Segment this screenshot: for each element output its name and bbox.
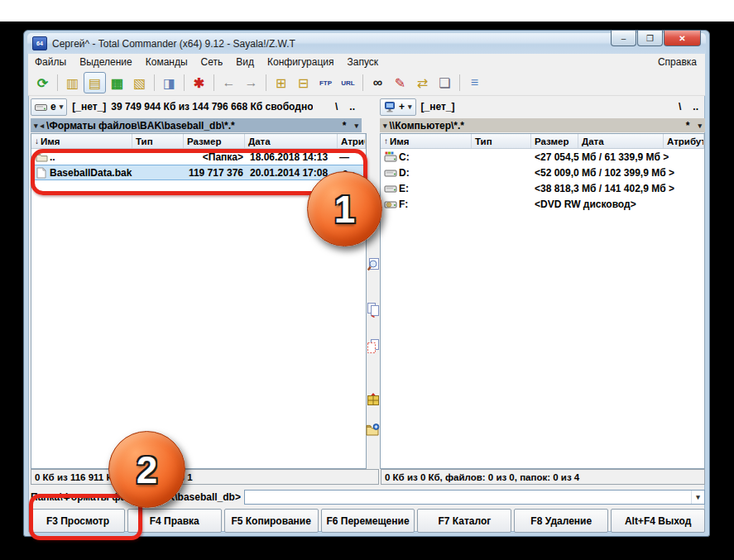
full-view-icon[interactable]: ▤ [84,72,106,93]
column-header-date[interactable]: Дата [578,134,664,148]
left-root-button[interactable]: \ [335,101,338,112]
column-header-size[interactable]: Размер [531,134,578,148]
menu-view[interactable]: Вид [229,55,261,69]
right-column-headers: ↑Имя Тип Размер Дата Атрибуты [381,134,704,149]
chevron-down-icon[interactable]: ▾ [698,122,702,130]
step-badge-2: 2 [108,431,185,508]
refresh-icon[interactable]: ⟳ [31,72,54,93]
menu-files[interactable]: Файлы [28,55,73,69]
chevron-left-icon[interactable]: ◂ [41,122,45,130]
chevron-down-icon[interactable]: ▾ [354,122,358,130]
search-icon[interactable]: ∞ [367,72,389,93]
left-current-path: \Форматы файлов\BAK\baseball_db\*.* [46,120,235,132]
desktop-background-strip [0,0,734,22]
column-header-name[interactable]: ↑Имя [381,134,472,148]
column-header-type[interactable]: Тип [472,134,531,148]
toolbar-separator [154,74,155,91]
quick-view-icon[interactable]: ◨ [158,72,180,93]
drive-icon [35,103,47,112]
drive-size: <DVD RW дисковод> [535,199,704,210]
right-root-button[interactable]: \ [679,101,681,112]
sync-dirs-icon[interactable]: ⇄ [411,72,434,93]
menu-start[interactable]: Запуск [341,55,386,69]
left-up-button[interactable]: .. [349,101,355,112]
column-header-name[interactable]: ↓Имя [31,134,132,148]
left-column-headers: ↓Имя Тип Размер Дата Атрибуты [31,134,366,149]
toolbar-separator [362,74,363,91]
copy-file-icon[interactable] [366,302,380,318]
command-input-wrap: ▾ [244,490,705,505]
step-number: 1 [334,187,356,232]
menu-help[interactable]: Справка [650,55,705,69]
right-volume-label: [_нет_] [421,101,455,112]
right-current-path: \\Компьютер\*.* [390,120,465,132]
tree-view-icon[interactable]: ▧ [128,72,151,93]
column-header-attr[interactable]: Атрибуты [664,134,704,148]
toolbar-separator [213,74,214,91]
toolbar-separator [57,74,58,91]
drive-row-f[interactable]: F: <DVD RW дисковод> [381,196,704,212]
minimize-button[interactable]: – [611,31,636,46]
left-status-bar: 0 Кб из 116 911 Кб, файлов: 0 из 1 [31,469,379,485]
multi-rename-icon[interactable]: ✎ [389,72,411,93]
close-button[interactable]: ✕ [664,31,701,46]
function-key-bar: F3 Просмотр F4 Правка F5 Копирование F6 … [31,509,705,533]
column-header-date[interactable]: Дата [245,134,338,148]
file-row-up-dir[interactable]: .. <Папка> 18.06.2018 14:13 — [31,149,366,165]
back-icon[interactable]: ← [218,72,240,93]
f5-copy-button[interactable]: F5 Копирование [224,509,319,533]
drive-icon [382,168,399,178]
menu-commands[interactable]: Команды [139,55,194,69]
forward-icon[interactable]: → [240,72,262,93]
menu-selection[interactable]: Выделение [73,55,139,69]
menu-configuration[interactable]: Конфигурация [261,55,341,69]
filter-star-icon[interactable]: * [686,120,690,132]
unpack-icon[interactable]: ⊟ [292,72,314,93]
file-row-baseballdata[interactable]: BaseballData.bak 119 717 376 20.01.2014 … [31,165,366,180]
column-header-size[interactable]: Размер [184,134,245,148]
pack-files-icon[interactable] [366,391,380,408]
f6-move-button[interactable]: F6 Перемещение [321,509,415,533]
left-drive-combo[interactable]: e ▾ [31,98,67,116]
brief-view-icon[interactable]: ▥ [61,72,84,93]
toolbar-separator [184,74,185,91]
drive-name: E: [399,183,475,194]
title-bar: 64 Сергей^ - Total Commander (x64) 9.12 … [27,33,706,54]
f7-mkdir-button[interactable]: F7 Каталог [417,509,511,533]
command-input[interactable] [245,491,691,503]
ftp-connect-icon[interactable]: FTP [314,72,337,93]
left-path-bar[interactable]: ▾ ◂ \Форматы файлов\BAK\baseball_db\*.* … [31,118,362,132]
thumbnails-view-icon[interactable]: ▦ [106,72,128,93]
history-dropdown-icon[interactable]: ▾ [34,122,38,130]
left-volume-label: [_нет_] [72,101,106,112]
command-history-dropdown[interactable]: ▾ [691,491,704,504]
file-attr: — [339,151,366,163]
menu-network[interactable]: Сеть [194,55,230,69]
history-dropdown-icon[interactable]: ▾ [383,122,387,130]
drive-icon [382,184,399,194]
new-folder-icon[interactable] [366,421,380,438]
sort-arrow-icon: ↑ [384,136,388,146]
toolbar: ⟳ ▥ ▤ ▦ ▧ ◨ ✱ ← → ⊞ ⊟ FTP URL ∞ ✎ ⇄ ❏ ≡ [28,70,705,96]
right-drive-combo[interactable]: + ▾ [380,98,416,116]
drive-row-c[interactable]: C: <27 054,5 Мб / 61 339,9 Мб > [381,149,704,165]
f4-edit-button[interactable]: F4 Правка [127,509,222,533]
wildcard-icon[interactable]: ✱ [188,72,210,93]
drive-row-d[interactable]: D: <52 009,0 Мб / 102 399,9 Мб > [381,165,704,180]
column-header-type[interactable]: Тип [132,134,184,148]
maximize-button[interactable]: ❐ [637,31,663,46]
f8-delete-button[interactable]: F8 Удаление [514,509,608,533]
drive-row-e[interactable]: E: <38 818,3 Мб / 141 402,9 Мб > [381,180,704,196]
view-file-icon[interactable] [366,257,380,274]
notepad-icon[interactable]: ≡ [463,72,486,93]
filter-star-icon[interactable]: * [343,120,347,132]
column-header-attr[interactable]: Атрибуты [338,134,366,148]
ftp-url-icon[interactable]: URL [337,72,359,93]
pack-icon[interactable]: ⊞ [270,72,292,93]
compare-icon[interactable]: ❏ [434,72,456,93]
altf4-exit-button[interactable]: Alt+F4 Выход [611,509,705,533]
right-path-bar[interactable]: ▾ \\Компьютер\*.* * ▾ [380,118,705,132]
f3-view-button[interactable]: F3 Просмотр [31,509,125,533]
right-up-button[interactable]: .. [693,101,698,112]
move-file-icon[interactable] [366,338,380,355]
